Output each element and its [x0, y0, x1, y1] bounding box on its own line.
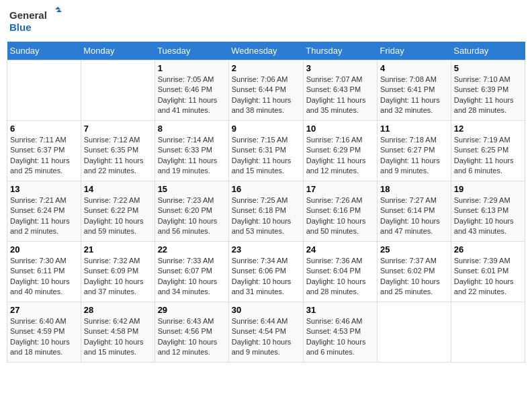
day-number: 27 — [10, 305, 78, 315]
day-number: 21 — [84, 244, 152, 255]
svg-text:Blue: Blue — [9, 21, 32, 33]
calendar-cell: 28Sunrise: 6:42 AM Sunset: 4:58 PM Dayli… — [81, 302, 154, 363]
calendar-cell: 27Sunrise: 6:40 AM Sunset: 4:59 PM Dayli… — [7, 302, 81, 363]
calendar-cell: 9Sunrise: 7:15 AM Sunset: 6:31 PM Daylig… — [228, 121, 303, 181]
day-info: Sunrise: 7:39 AM Sunset: 6:01 PM Dayligh… — [454, 256, 522, 298]
calendar-cell: 17Sunrise: 7:26 AM Sunset: 6:16 PM Dayli… — [303, 181, 377, 242]
day-info: Sunrise: 7:34 AM Sunset: 6:06 PM Dayligh… — [232, 256, 300, 298]
calendar-cell: 29Sunrise: 6:43 AM Sunset: 4:56 PM Dayli… — [154, 302, 228, 363]
calendar-cell: 26Sunrise: 7:39 AM Sunset: 6:01 PM Dayli… — [451, 242, 525, 302]
calendar-cell: 22Sunrise: 7:33 AM Sunset: 6:07 PM Dayli… — [154, 242, 228, 302]
calendar-cell: 14Sunrise: 7:22 AM Sunset: 6:22 PM Dayli… — [81, 181, 154, 242]
day-number: 20 — [10, 244, 78, 255]
day-number: 4 — [380, 63, 448, 73]
day-number: 10 — [306, 124, 374, 134]
day-info: Sunrise: 7:23 AM Sunset: 6:20 PM Dayligh… — [158, 195, 226, 237]
calendar-cell: 15Sunrise: 7:23 AM Sunset: 6:20 PM Dayli… — [154, 181, 228, 242]
day-number: 9 — [232, 124, 300, 134]
day-info: Sunrise: 7:11 AM Sunset: 6:37 PM Dayligh… — [10, 135, 78, 177]
logo-svg: General Blue — [9, 7, 63, 36]
day-number: 14 — [84, 184, 152, 194]
calendar-cell: 11Sunrise: 7:18 AM Sunset: 6:27 PM Dayli… — [378, 121, 451, 181]
calendar-week-row: 13Sunrise: 7:21 AM Sunset: 6:24 PM Dayli… — [7, 181, 525, 242]
day-number: 22 — [158, 244, 226, 255]
day-info: Sunrise: 7:33 AM Sunset: 6:07 PM Dayligh… — [158, 256, 226, 298]
calendar-cell: 25Sunrise: 7:37 AM Sunset: 6:02 PM Dayli… — [378, 242, 451, 302]
weekday-header-cell: Saturday — [451, 42, 525, 60]
day-info: Sunrise: 6:42 AM Sunset: 4:58 PM Dayligh… — [84, 316, 152, 358]
day-number: 24 — [306, 244, 374, 255]
day-number: 13 — [10, 184, 78, 194]
day-info: Sunrise: 7:25 AM Sunset: 6:18 PM Dayligh… — [232, 195, 300, 237]
logo: General Blue — [9, 7, 63, 36]
day-number: 31 — [306, 305, 374, 315]
calendar-cell: 1Sunrise: 7:05 AM Sunset: 6:46 PM Daylig… — [154, 60, 228, 121]
calendar-cell — [451, 302, 525, 363]
day-info: Sunrise: 7:37 AM Sunset: 6:02 PM Dayligh… — [380, 256, 448, 298]
page-header: General Blue — [7, 7, 525, 36]
day-number: 17 — [306, 184, 374, 194]
day-info: Sunrise: 7:08 AM Sunset: 6:41 PM Dayligh… — [380, 75, 448, 116]
calendar-cell: 2Sunrise: 7:06 AM Sunset: 6:44 PM Daylig… — [228, 60, 303, 121]
calendar-cell: 18Sunrise: 7:27 AM Sunset: 6:14 PM Dayli… — [378, 181, 451, 242]
calendar-cell: 7Sunrise: 7:12 AM Sunset: 6:35 PM Daylig… — [81, 121, 154, 181]
day-info: Sunrise: 7:26 AM Sunset: 6:16 PM Dayligh… — [306, 195, 374, 237]
day-number: 18 — [380, 184, 448, 194]
calendar-cell: 6Sunrise: 7:11 AM Sunset: 6:37 PM Daylig… — [7, 121, 81, 181]
day-number: 11 — [380, 124, 448, 134]
calendar-cell: 23Sunrise: 7:34 AM Sunset: 6:06 PM Dayli… — [228, 242, 303, 302]
day-info: Sunrise: 7:07 AM Sunset: 6:43 PM Dayligh… — [306, 75, 374, 116]
calendar-week-row: 6Sunrise: 7:11 AM Sunset: 6:37 PM Daylig… — [7, 121, 525, 181]
weekday-header-cell: Friday — [378, 42, 451, 60]
svg-marker-2 — [55, 7, 60, 9]
day-info: Sunrise: 7:21 AM Sunset: 6:24 PM Dayligh… — [10, 195, 78, 237]
day-number: 1 — [158, 63, 226, 73]
day-info: Sunrise: 7:27 AM Sunset: 6:14 PM Dayligh… — [380, 195, 448, 237]
day-number: 6 — [10, 124, 78, 134]
calendar-cell: 13Sunrise: 7:21 AM Sunset: 6:24 PM Dayli… — [7, 181, 81, 242]
calendar-table: SundayMondayTuesdayWednesdayThursdayFrid… — [7, 42, 525, 363]
calendar-cell: 12Sunrise: 7:19 AM Sunset: 6:25 PM Dayli… — [451, 121, 525, 181]
day-number: 26 — [454, 244, 522, 255]
calendar-cell: 4Sunrise: 7:08 AM Sunset: 6:41 PM Daylig… — [378, 60, 451, 121]
calendar-week-row: 1Sunrise: 7:05 AM Sunset: 6:46 PM Daylig… — [7, 60, 525, 121]
day-number: 15 — [158, 184, 226, 194]
day-info: Sunrise: 7:22 AM Sunset: 6:22 PM Dayligh… — [84, 195, 152, 237]
day-number: 3 — [306, 63, 374, 73]
day-number: 19 — [454, 184, 522, 194]
day-info: Sunrise: 7:15 AM Sunset: 6:31 PM Dayligh… — [232, 135, 300, 177]
day-number: 28 — [84, 305, 152, 315]
day-info: Sunrise: 6:44 AM Sunset: 4:54 PM Dayligh… — [232, 316, 300, 358]
calendar-cell: 31Sunrise: 6:46 AM Sunset: 4:53 PM Dayli… — [303, 302, 377, 363]
day-info: Sunrise: 7:06 AM Sunset: 6:44 PM Dayligh… — [232, 75, 300, 116]
weekday-header-cell: Wednesday — [228, 42, 303, 60]
day-info: Sunrise: 7:12 AM Sunset: 6:35 PM Dayligh… — [84, 135, 152, 177]
day-info: Sunrise: 7:05 AM Sunset: 6:46 PM Dayligh… — [158, 75, 226, 116]
day-info: Sunrise: 7:29 AM Sunset: 6:13 PM Dayligh… — [454, 195, 522, 237]
day-number: 29 — [158, 305, 226, 315]
day-number: 7 — [84, 124, 152, 134]
day-number: 2 — [232, 63, 300, 73]
weekday-header-cell: Tuesday — [154, 42, 228, 60]
day-info: Sunrise: 7:14 AM Sunset: 6:33 PM Dayligh… — [158, 135, 226, 177]
day-number: 30 — [232, 305, 300, 315]
day-info: Sunrise: 7:18 AM Sunset: 6:27 PM Dayligh… — [380, 135, 448, 177]
day-info: Sunrise: 6:43 AM Sunset: 4:56 PM Dayligh… — [158, 316, 226, 358]
day-number: 8 — [158, 124, 226, 134]
calendar-cell — [81, 60, 154, 121]
day-info: Sunrise: 7:30 AM Sunset: 6:11 PM Dayligh… — [10, 256, 78, 298]
day-number: 5 — [454, 63, 522, 73]
day-number: 23 — [232, 244, 300, 255]
calendar-cell: 30Sunrise: 6:44 AM Sunset: 4:54 PM Dayli… — [228, 302, 303, 363]
day-info: Sunrise: 7:32 AM Sunset: 6:09 PM Dayligh… — [84, 256, 152, 298]
calendar-cell: 8Sunrise: 7:14 AM Sunset: 6:33 PM Daylig… — [154, 121, 228, 181]
calendar-cell: 19Sunrise: 7:29 AM Sunset: 6:13 PM Dayli… — [451, 181, 525, 242]
calendar-cell: 16Sunrise: 7:25 AM Sunset: 6:18 PM Dayli… — [228, 181, 303, 242]
calendar-cell — [378, 302, 451, 363]
day-number: 25 — [380, 244, 448, 255]
calendar-cell: 24Sunrise: 7:36 AM Sunset: 6:04 PM Dayli… — [303, 242, 377, 302]
weekday-header-row: SundayMondayTuesdayWednesdayThursdayFrid… — [7, 42, 525, 60]
weekday-header-cell: Monday — [81, 42, 154, 60]
calendar-cell: 5Sunrise: 7:10 AM Sunset: 6:39 PM Daylig… — [451, 60, 525, 121]
calendar-cell: 20Sunrise: 7:30 AM Sunset: 6:11 PM Dayli… — [7, 242, 81, 302]
